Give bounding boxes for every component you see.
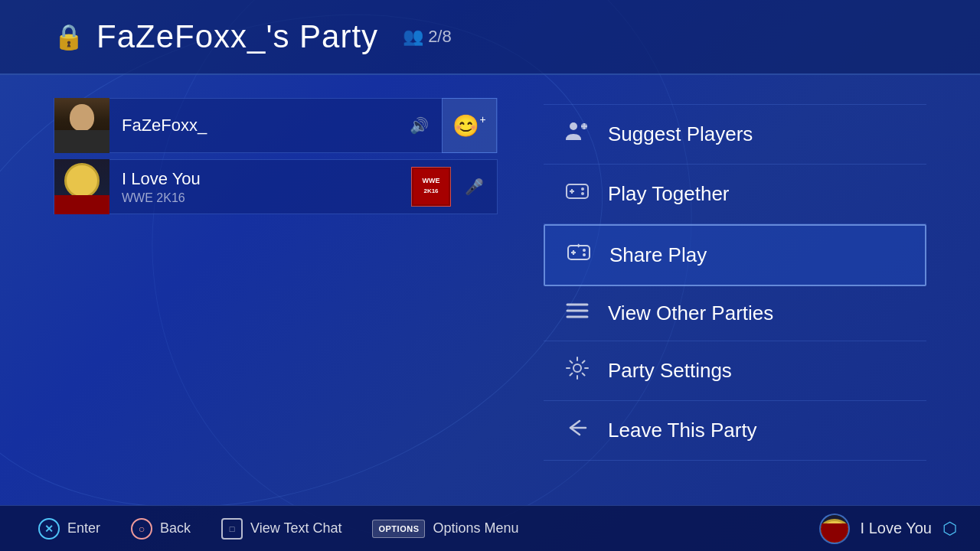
- action-enter: ✕ Enter: [23, 506, 116, 551]
- avatar-iloveyou: [54, 159, 109, 214]
- svg-text:2K16: 2K16: [423, 187, 439, 194]
- avatar-witcher-img: [54, 98, 109, 153]
- back-label: Back: [160, 520, 191, 536]
- member-item-iloveyou[interactable]: I Love You WWE 2K16 WWE 2K16 🎤: [54, 159, 498, 214]
- people-icon: 👥: [403, 27, 423, 47]
- current-user-avatar: [819, 514, 850, 544]
- square-button-icon: □: [221, 518, 243, 540]
- member-item-fazefoxx[interactable]: FaZeFoxx_ 🔊 😊+: [54, 98, 498, 153]
- microphone-icon[interactable]: 🎤: [460, 173, 488, 201]
- bottom-bar: ✕ Enter ○ Back □ View Text Chat OPTIONS …: [0, 505, 980, 551]
- action-options-menu[interactable]: OPTIONS Options Menu: [357, 506, 534, 551]
- member-count-value: 2/8: [428, 27, 452, 47]
- enter-label: Enter: [67, 520, 100, 536]
- svg-rect-1: [413, 169, 449, 204]
- menu-item-view-other-parties[interactable]: View Other Parties: [544, 286, 926, 341]
- top-bar: 🔒 FaZeFoxx_'s Party 👥 2/8: [0, 0, 980, 75]
- menu-item-party-settings[interactable]: Party Settings: [544, 341, 926, 401]
- bottom-right-user: I Love You ⬡: [819, 514, 957, 544]
- member-list: FaZeFoxx_ 🔊 😊+ I Love You WWE 2K16: [54, 98, 498, 482]
- svg-point-4: [570, 122, 577, 130]
- svg-text:WWE: WWE: [423, 177, 440, 184]
- view-text-chat-label: View Text Chat: [250, 520, 341, 536]
- member-count: 👥 2/8: [403, 27, 452, 47]
- speaker-icon[interactable]: 🔊: [405, 112, 433, 139]
- menu-item-play-together[interactable]: Play Together: [544, 165, 926, 224]
- menu-item-share-play[interactable]: Share Play: [544, 224, 926, 286]
- view-other-parties-label: View Other Parties: [608, 302, 773, 325]
- current-user-avatar-img: [821, 515, 848, 543]
- menu-item-suggest-players[interactable]: Suggest Players: [544, 104, 926, 165]
- options-menu-label: Options Menu: [433, 520, 518, 536]
- share-play-icon: [564, 240, 594, 271]
- member-info-fazefoxx: FaZeFoxx_: [109, 116, 405, 135]
- play-together-label: Play Together: [608, 182, 730, 206]
- leave-party-label: Leave This Party: [608, 419, 757, 442]
- x-button-icon: ✕: [38, 518, 60, 540]
- member-info-iloveyou: I Love You WWE 2K16: [109, 169, 411, 205]
- member-icons-fazefoxx: 🔊: [405, 112, 442, 139]
- suggest-players-icon: [562, 119, 593, 150]
- share-play-label: Share Play: [609, 243, 707, 267]
- suggest-players-label: Suggest Players: [608, 122, 753, 146]
- avatar-fazefoxx: [54, 98, 109, 153]
- member-icons-iloveyou: WWE 2K16 🎤: [411, 167, 497, 207]
- menu-item-leave-party[interactable]: Leave This Party: [544, 401, 926, 461]
- member-name-iloveyou: I Love You: [122, 169, 399, 189]
- avatar-wwe-img: [54, 159, 109, 214]
- member-game-iloveyou: WWE 2K16: [122, 191, 399, 205]
- svg-point-11: [581, 192, 584, 195]
- party-title-group: 🔒 FaZeFoxx_'s Party 👥 2/8: [54, 18, 452, 55]
- lock-icon: 🔒: [54, 22, 84, 51]
- main-content: FaZeFoxx_ 🔊 😊+ I Love You WWE 2K16: [0, 75, 980, 505]
- svg-point-17: [583, 253, 586, 256]
- leave-party-icon: [562, 415, 593, 446]
- add-friend-button[interactable]: 😊+: [442, 98, 497, 153]
- playstation-icon: ⬡: [942, 519, 957, 539]
- party-name: FaZeFoxx_'s Party: [96, 18, 378, 55]
- svg-point-10: [581, 187, 584, 191]
- svg-point-23: [573, 364, 581, 372]
- play-together-icon: [562, 178, 593, 210]
- action-back: ○ Back: [116, 506, 206, 551]
- add-friend-icon: 😊+: [452, 113, 485, 139]
- o-button-icon: ○: [131, 518, 152, 540]
- member-name-fazefoxx: FaZeFoxx_: [122, 116, 393, 135]
- right-menu: Suggest Players Play Together: [544, 98, 926, 482]
- options-button-icon: OPTIONS: [372, 520, 425, 538]
- svg-point-16: [583, 249, 586, 252]
- current-username: I Love You: [861, 520, 932, 537]
- party-settings-icon: [562, 355, 593, 386]
- action-view-text-chat[interactable]: □ View Text Chat: [206, 506, 357, 551]
- game-thumbnail-wwe2k16: WWE 2K16: [411, 167, 451, 207]
- view-other-parties-icon: [562, 300, 593, 327]
- party-settings-label: Party Settings: [608, 359, 732, 383]
